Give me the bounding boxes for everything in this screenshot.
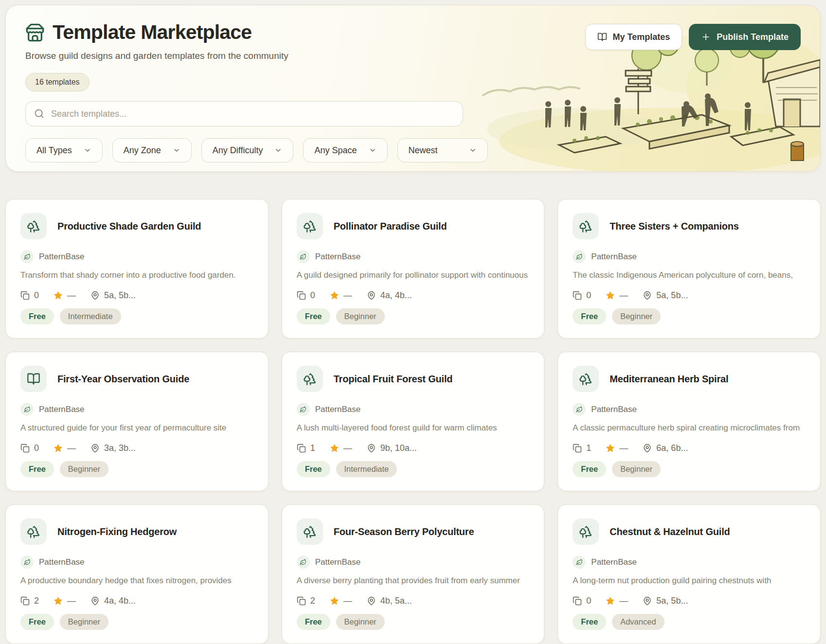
author-avatar — [20, 555, 34, 569]
card-header: Mediterranean Herb Spiral — [573, 366, 806, 392]
filter-difficulty-dropdown[interactable]: Any Difficulty — [201, 138, 294, 162]
templates-count-badge: 16 templates — [25, 73, 90, 91]
copies-count: 1 — [586, 443, 591, 453]
template-card[interactable]: First-Year Observation Guide PatternBase… — [5, 352, 269, 491]
difficulty-badge: Beginner — [60, 461, 108, 477]
leaf-icon — [576, 406, 583, 413]
trees-icon — [303, 372, 317, 386]
copies-stat: 2 — [20, 596, 39, 606]
difficulty-badge: Beginner — [612, 308, 661, 324]
template-card[interactable]: Three Sisters + Companions PatternBase T… — [557, 199, 821, 339]
template-grid: Productive Shade Garden Guild PatternBas… — [5, 199, 821, 644]
card-title: Nitrogen-Fixing Hedgerow — [57, 526, 177, 537]
author-avatar — [573, 250, 586, 263]
my-templates-button[interactable]: My Templates — [585, 24, 682, 50]
card-title: Mediterranean Herb Spiral — [610, 374, 728, 385]
card-title: Productive Shade Garden Guild — [57, 221, 201, 232]
copies-count: 1 — [310, 443, 315, 453]
filter-zone-dropdown[interactable]: Any Zone — [112, 138, 192, 162]
template-card[interactable]: Four-Season Berry Polyculture PatternBas… — [282, 504, 545, 644]
author-name: PatternBase — [39, 405, 85, 414]
marketplace-header: Template Marketplace Browse guild design… — [5, 5, 821, 172]
card-icon-box — [20, 519, 47, 545]
search-icon — [34, 108, 44, 119]
rating-stat: — — [54, 290, 76, 301]
filter-types-dropdown[interactable]: All Types — [25, 138, 103, 162]
search-bar — [25, 101, 463, 126]
card-description: A diverse berry planting that provides f… — [297, 575, 530, 587]
zones-stat: 4a, 4b... — [90, 596, 136, 606]
card-header: Productive Shade Garden Guild — [20, 213, 253, 239]
map-pin-icon — [367, 596, 376, 606]
search-input[interactable] — [25, 101, 463, 126]
price-badge: Free — [297, 461, 330, 477]
zones-value: 5a, 5b... — [656, 596, 688, 606]
template-card[interactable]: Tropical Fruit Forest Guild PatternBase … — [282, 352, 545, 491]
leaf-icon — [300, 406, 306, 413]
card-description: A lush multi-layered food forest guild f… — [297, 422, 530, 434]
difficulty-badge: Advanced — [612, 614, 664, 630]
card-badges: Free Beginner — [297, 308, 530, 324]
card-title: Tropical Fruit Forest Guild — [334, 374, 453, 385]
card-stats: 0 — 5a, 5b... — [573, 596, 806, 606]
zones-value: 4a, 4b... — [380, 290, 412, 301]
card-author: PatternBase — [20, 555, 253, 569]
trees-icon — [27, 219, 40, 233]
price-badge: Free — [20, 614, 54, 630]
card-title: First-Year Observation Guide — [57, 374, 189, 385]
copies-stat: 1 — [297, 443, 315, 453]
card-badges: Free Beginner — [297, 614, 530, 630]
card-badges: Free Beginner — [20, 461, 253, 477]
copy-icon — [20, 596, 30, 606]
copies-stat: 1 — [573, 443, 591, 453]
copies-stat: 2 — [297, 596, 315, 606]
rating-value: — — [343, 290, 352, 301]
card-author: PatternBase — [297, 555, 530, 569]
card-author: PatternBase — [20, 403, 253, 416]
star-icon — [54, 291, 63, 300]
zones-value: 3a, 3b... — [104, 443, 136, 453]
copies-count: 0 — [586, 596, 591, 606]
publish-template-button[interactable]: Publish Template — [689, 24, 801, 50]
author-name: PatternBase — [39, 557, 85, 567]
rating-value: — — [343, 596, 352, 606]
template-card[interactable]: Mediterranean Herb Spiral PatternBase A … — [557, 352, 821, 491]
card-stats: 1 — 6a, 6b... — [573, 443, 806, 453]
copy-icon — [297, 444, 306, 453]
star-icon — [330, 291, 339, 300]
copies-stat: 0 — [297, 290, 315, 301]
zones-stat: 5a, 5b... — [643, 290, 688, 301]
template-card[interactable]: Productive Shade Garden Guild PatternBas… — [5, 199, 269, 339]
card-description: A guild designed primarily for pollinato… — [297, 269, 530, 282]
zones-stat: 4a, 4b... — [367, 290, 412, 301]
card-icon-box — [573, 519, 599, 545]
difficulty-badge: Intermediate — [60, 308, 121, 324]
card-header: Nitrogen-Fixing Hedgerow — [20, 519, 253, 545]
template-card[interactable]: Pollinator Paradise Guild PatternBase A … — [282, 199, 545, 339]
sort-dropdown[interactable]: Newest — [397, 138, 488, 162]
template-card[interactable]: Chestnut & Hazelnut Guild PatternBase A … — [557, 504, 821, 644]
rating-stat: — — [330, 596, 352, 606]
map-pin-icon — [643, 444, 652, 453]
template-marketplace-page: Template Marketplace Browse guild design… — [0, 0, 826, 644]
filter-space-dropdown[interactable]: Any Space — [303, 138, 387, 162]
difficulty-badge: Intermediate — [336, 461, 397, 477]
template-card[interactable]: Nitrogen-Fixing Hedgerow PatternBase A p… — [5, 504, 269, 644]
price-badge: Free — [573, 461, 606, 477]
plus-icon — [701, 32, 711, 42]
price-badge: Free — [297, 614, 330, 630]
card-icon-box — [573, 366, 599, 392]
map-pin-icon — [367, 291, 376, 300]
book-open-icon — [597, 32, 607, 42]
copy-icon — [573, 596, 582, 606]
card-stats: 0 — 3a, 3b... — [20, 443, 253, 453]
card-stats: 0 — 5a, 5b... — [573, 290, 806, 301]
author-name: PatternBase — [315, 557, 361, 567]
difficulty-badge: Beginner — [336, 614, 385, 630]
map-pin-icon — [90, 444, 100, 453]
rating-stat: — — [330, 290, 352, 301]
author-name: PatternBase — [591, 405, 637, 414]
price-badge: Free — [573, 308, 606, 324]
leaf-icon — [24, 406, 31, 413]
trees-icon — [579, 372, 593, 386]
